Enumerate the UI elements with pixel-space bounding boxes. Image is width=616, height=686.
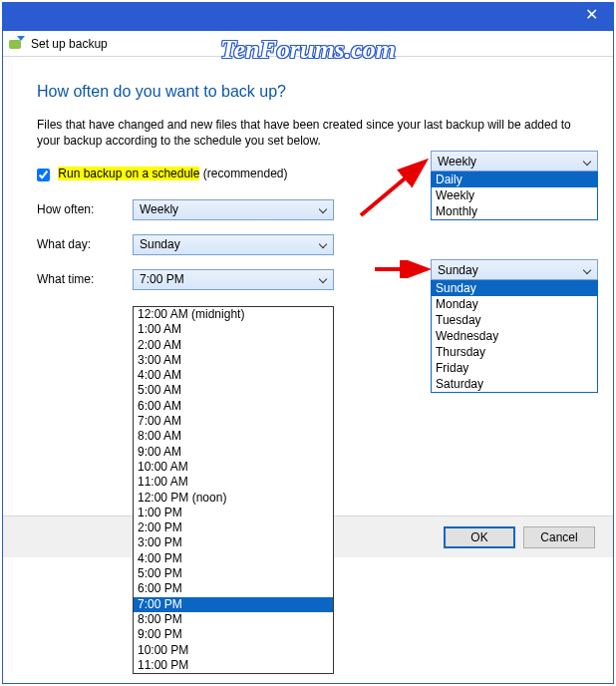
frequency-popup-combobox[interactable]: Weekly <box>431 151 598 172</box>
frequency-popup: Weekly DailyWeeklyMonthly <box>431 151 598 220</box>
list-item[interactable]: 4:00 AM <box>134 368 333 383</box>
how-often-combobox[interactable]: Weekly <box>133 199 334 220</box>
list-item[interactable]: 1:00 AM <box>134 322 333 337</box>
list-item[interactable]: 10:00 PM <box>134 643 333 658</box>
list-item[interactable]: 6:00 AM <box>134 399 333 414</box>
what-day-value: Sunday <box>140 237 180 251</box>
chevron-down-icon <box>583 158 593 166</box>
list-item[interactable]: 12:00 AM (midnight) <box>134 307 333 322</box>
chevron-down-icon <box>319 205 329 213</box>
ok-button[interactable]: OK <box>444 526 515 548</box>
list-item[interactable]: 9:00 PM <box>134 627 333 642</box>
what-time-combobox[interactable]: 7:00 PM <box>133 269 334 290</box>
list-item[interactable]: 4:00 PM <box>134 551 333 566</box>
chevron-down-icon <box>583 266 593 274</box>
day-popup-combobox[interactable]: Sunday <box>431 259 598 280</box>
list-item[interactable]: Wednesday <box>432 328 597 344</box>
day-popup-list[interactable]: SundayMondayTuesdayWednesdayThursdayFrid… <box>431 280 598 393</box>
day-popup-value: Sunday <box>438 263 478 277</box>
list-item[interactable]: 8:00 PM <box>134 612 333 627</box>
schedule-checkbox[interactable] <box>37 169 50 181</box>
schedule-checkbox-suffix: (recommended) <box>199 167 287 180</box>
what-day-label: What day: <box>37 237 133 251</box>
schedule-checkbox-label: Run backup on a schedule <box>58 167 199 180</box>
what-time-label: What time: <box>37 272 133 286</box>
chevron-down-icon <box>319 275 329 283</box>
list-item[interactable]: 7:00 AM <box>134 414 333 429</box>
page-header: Set up backup <box>3 31 613 57</box>
list-item[interactable]: Tuesday <box>432 312 597 328</box>
list-item[interactable]: 3:00 AM <box>134 353 333 368</box>
cancel-button[interactable]: Cancel <box>523 526 595 548</box>
day-popup: Sunday SundayMondayTuesdayWednesdayThurs… <box>431 259 598 393</box>
titlebar[interactable]: ✕ <box>3 3 613 31</box>
list-item[interactable]: 5:00 PM <box>134 566 333 581</box>
list-item[interactable]: Weekly <box>432 187 597 203</box>
list-item[interactable]: 12:00 PM (noon) <box>134 491 333 506</box>
list-item[interactable]: 11:00 AM <box>134 475 333 490</box>
backup-icon <box>9 36 25 52</box>
list-item[interactable]: 9:00 AM <box>134 445 333 460</box>
list-item[interactable]: Monthly <box>432 203 597 219</box>
main-heading: How often do you want to back up? <box>37 83 579 101</box>
time-dropdown-list[interactable]: 12:00 AM (midnight)1:00 AM2:00 AM3:00 AM… <box>133 306 334 674</box>
what-day-combobox[interactable]: Sunday <box>133 234 334 255</box>
list-item[interactable]: Daily <box>432 172 597 187</box>
list-item[interactable]: Thursday <box>432 344 597 360</box>
list-item[interactable]: 7:00 PM <box>134 597 333 612</box>
list-item[interactable]: 5:00 AM <box>134 383 333 398</box>
list-item[interactable]: Sunday <box>432 280 597 296</box>
list-item[interactable]: 2:00 PM <box>134 520 333 535</box>
list-item[interactable]: 11:00 PM <box>134 658 333 673</box>
list-item[interactable]: 1:00 PM <box>134 506 333 520</box>
list-item[interactable]: Monday <box>432 296 597 312</box>
list-item[interactable]: Friday <box>432 360 597 376</box>
what-time-value: 7:00 PM <box>140 272 184 286</box>
frequency-popup-list[interactable]: DailyWeeklyMonthly <box>431 172 598 220</box>
list-item[interactable]: 6:00 PM <box>134 581 333 596</box>
close-button[interactable]: ✕ <box>569 3 613 31</box>
list-item[interactable]: 3:00 PM <box>134 535 333 550</box>
description-text: Files that have changed and new files th… <box>37 117 579 149</box>
frequency-popup-value: Weekly <box>438 155 476 169</box>
list-item[interactable]: 8:00 AM <box>134 429 333 444</box>
chevron-down-icon <box>319 240 329 248</box>
dialog-window: ✕ Set up backup TenForums.com How often … <box>2 2 614 684</box>
list-item[interactable]: Saturday <box>432 376 597 392</box>
how-often-value: Weekly <box>140 202 178 216</box>
page-title: Set up backup <box>31 37 108 51</box>
how-often-label: How often: <box>37 202 133 216</box>
list-item[interactable]: 2:00 AM <box>134 338 333 353</box>
list-item[interactable]: 10:00 AM <box>134 460 333 475</box>
